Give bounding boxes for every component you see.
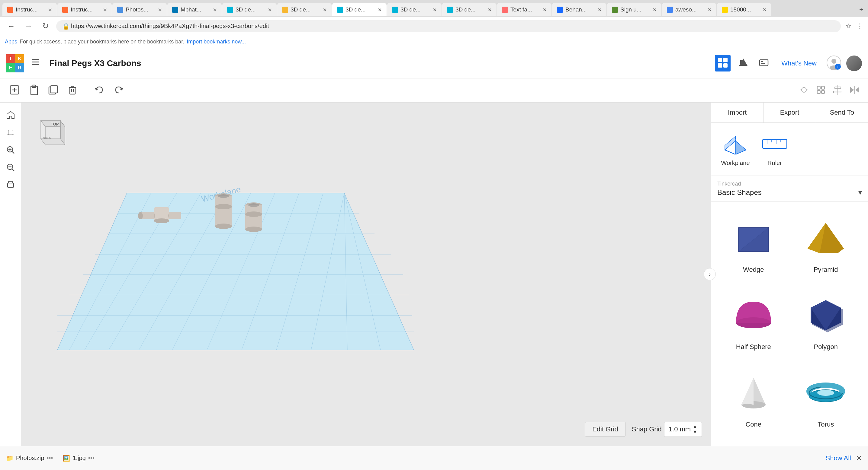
tab-close-signin[interactable]: ✕ — [653, 7, 657, 13]
browser-tab-behance[interactable]: Behan... ✕ — [552, 3, 607, 16]
perspective-button[interactable] — [3, 177, 18, 193]
snap-value-field[interactable]: 1.0 mm ▲▼ — [664, 422, 702, 437]
tab-close-instruc1[interactable]: ✕ — [48, 7, 52, 13]
download-more-2[interactable]: ••• — [88, 455, 95, 462]
light-button[interactable] — [797, 83, 811, 98]
bookmark-button[interactable]: ☆ — [846, 22, 852, 30]
mirror-button[interactable] — [847, 83, 862, 98]
tab-close-instruc2[interactable]: ✕ — [103, 7, 107, 13]
delete-button[interactable] — [64, 81, 81, 99]
svg-point-91 — [138, 212, 143, 219]
forward-button[interactable]: → — [22, 20, 35, 32]
fit-view-button[interactable] — [3, 125, 18, 140]
tab-close-3ddes1[interactable]: ✕ — [268, 7, 272, 13]
back-button[interactable]: ← — [5, 20, 18, 32]
new-tab-button[interactable]: + — [857, 4, 866, 15]
zoom-out-button[interactable] — [3, 160, 18, 175]
svg-point-27 — [802, 88, 806, 92]
browser-tab-3ddes2[interactable]: 3D de... ✕ — [277, 3, 332, 16]
tab-close-behance[interactable]: ✕ — [598, 7, 601, 13]
svg-marker-105 — [725, 136, 736, 150]
svg-point-103 — [245, 227, 262, 232]
browser-tab-3ddes3[interactable]: 3D de... ✕ — [332, 3, 386, 16]
ruler-tool[interactable]: Ruler — [760, 132, 790, 167]
svg-rect-109 — [763, 139, 787, 148]
avatar-button[interactable] — [846, 56, 862, 71]
svg-rect-33 — [822, 86, 825, 89]
tab-close-3ddes5[interactable]: ✕ — [488, 7, 492, 13]
shape-preview-cone — [730, 369, 778, 417]
redo-button[interactable] — [110, 81, 127, 99]
tab-close-3ddes3[interactable]: ✕ — [378, 7, 382, 13]
shape-item-half-sphere[interactable]: Half Sphere — [717, 285, 790, 362]
canvas-area[interactable]: TOP BACK — [21, 103, 711, 446]
browser-tab-linkedin[interactable]: Mphat... ✕ — [167, 3, 222, 16]
address-field[interactable]: 🔒 https://www.tinkercad.com/things/9Bk4P… — [56, 20, 841, 32]
shape-item-cone[interactable]: Cone — [717, 363, 790, 440]
browser-tab-instruc1[interactable]: Instruc... ✕ — [2, 3, 57, 16]
svg-point-129 — [817, 390, 834, 396]
shape-item-polygon[interactable]: Polygon — [790, 285, 862, 362]
shape-preview-pyramid — [802, 214, 850, 262]
edit-toolbar-right — [797, 83, 862, 98]
export-button[interactable]: Export — [764, 103, 816, 123]
shape-item-wedge[interactable]: Wedge — [717, 208, 790, 285]
zoom-in-button[interactable] — [3, 142, 18, 158]
edit-grid-button[interactable]: Edit Grid — [585, 422, 626, 437]
workplane-tool[interactable]: Workplane — [720, 132, 750, 167]
menu-icon-button[interactable] — [29, 56, 42, 71]
send-to-button[interactable]: Send To — [816, 103, 868, 123]
new-shape-button[interactable] — [6, 81, 23, 99]
browser-tab-emoji[interactable]: 15000... ✕ — [717, 3, 771, 16]
browser-tab-3ddes4[interactable]: 3D de... ✕ — [387, 3, 441, 16]
align-button[interactable] — [831, 83, 845, 98]
paste-button[interactable] — [25, 81, 42, 99]
apps-label[interactable]: Apps — [5, 39, 17, 45]
refresh-button[interactable]: ↻ — [40, 20, 51, 32]
svg-rect-93 — [169, 212, 181, 219]
download-more-1[interactable]: ••• — [46, 455, 53, 462]
browser-tab-photos[interactable]: Photos... ✕ — [112, 3, 167, 16]
tab-close-photos[interactable]: ✕ — [158, 7, 162, 13]
browser-tab-signin[interactable]: Sign u... ✕ — [607, 3, 661, 16]
show-all-button[interactable]: Show All — [826, 454, 851, 462]
close-download-bar-button[interactable]: ✕ — [856, 454, 862, 463]
browser-tab-3ddes1[interactable]: 3D de... ✕ — [222, 3, 277, 16]
undo-button[interactable] — [91, 81, 108, 99]
grid-view-button[interactable] — [715, 55, 731, 71]
workplane-svg: Workplane — [21, 103, 711, 446]
workplane-label: Workplane — [721, 160, 750, 167]
browser-tab-instruc2[interactable]: Instruc... ✕ — [57, 3, 112, 16]
user-button[interactable]: + — [826, 55, 841, 71]
tab-close-3ddes2[interactable]: ✕ — [323, 7, 327, 13]
snap-button[interactable] — [814, 83, 828, 98]
shape-preview-half-sphere — [730, 291, 778, 339]
more-button[interactable]: ⋮ — [857, 22, 863, 30]
library-dropdown-arrow[interactable]: ▾ — [858, 188, 862, 197]
browser-tab-textfa[interactable]: Text fa... ✕ — [497, 3, 552, 16]
snap-control: Snap Grid 1.0 mm ▲▼ — [632, 422, 702, 437]
import-button[interactable]: Import — [711, 103, 764, 123]
browser-tab-3ddes5[interactable]: 3D de... ✕ — [442, 3, 497, 16]
tab-close-google[interactable]: ✕ — [708, 7, 712, 13]
browser-tab-google[interactable]: aweso... ✕ — [662, 3, 716, 16]
panel-collapse-button[interactable]: › — [704, 268, 716, 280]
library-select[interactable]: Basic Shapes ▾ — [717, 188, 862, 197]
svg-rect-35 — [822, 91, 825, 94]
code-view-button[interactable] — [756, 55, 772, 71]
tab-close-linkedin[interactable]: ✕ — [213, 7, 217, 13]
tab-close-emoji[interactable]: ✕ — [763, 7, 767, 13]
svg-rect-95 — [215, 196, 232, 226]
duplicate-button[interactable] — [45, 81, 62, 99]
tab-close-textfa[interactable]: ✕ — [543, 7, 547, 13]
shape-item-pyramid[interactable]: Pyramid — [790, 208, 862, 285]
shape-item-torus[interactable]: Torus — [790, 363, 862, 440]
secure-icon: 🔒 — [62, 23, 70, 30]
tab-close-3ddes4[interactable]: ✕ — [433, 7, 437, 13]
svg-rect-5 — [718, 63, 722, 68]
design-view-button[interactable] — [736, 55, 751, 71]
whats-new-button[interactable]: What's New — [776, 57, 822, 70]
import-bookmarks-link[interactable]: Import bookmarks now... — [187, 39, 246, 45]
svg-point-98 — [215, 224, 232, 229]
home-view-button[interactable] — [3, 107, 18, 123]
